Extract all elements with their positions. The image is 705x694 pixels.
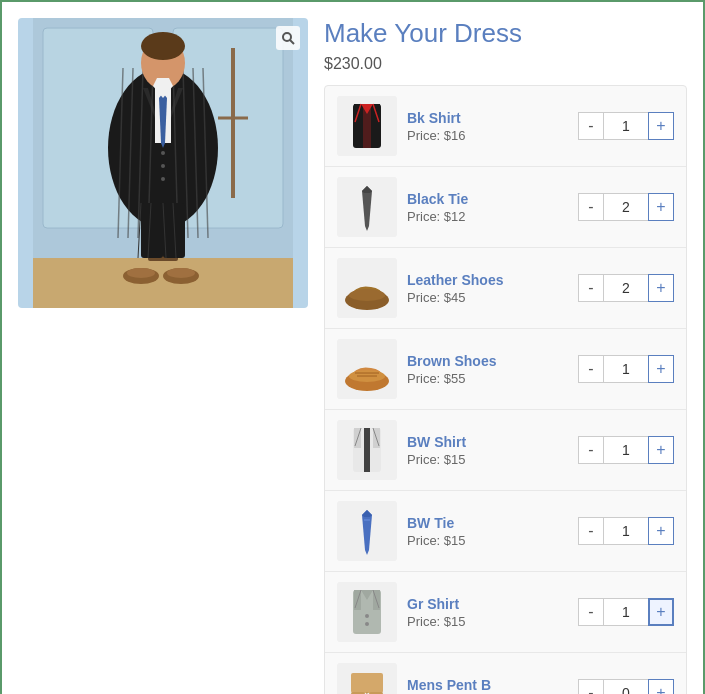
qty-control-mens-pent-b: - + (578, 679, 674, 694)
qty-plus-bw-shirt[interactable]: + (648, 436, 674, 464)
item-thumbnail-bk-shirt (337, 96, 397, 156)
item-info-mens-pent-b: Mens Pent B Price: $15 (407, 677, 568, 695)
svg-rect-26 (141, 203, 163, 258)
item-price-leather-shoes: Price: $45 (407, 290, 568, 305)
qty-input-bw-tie[interactable] (604, 517, 648, 545)
item-thumbnail-black-tie (337, 177, 397, 237)
product-image (18, 18, 308, 308)
svg-rect-3 (33, 258, 293, 308)
item-info-gr-shirt: Gr Shirt Price: $15 (407, 596, 568, 629)
svg-point-37 (283, 33, 291, 41)
left-panel (18, 18, 308, 694)
item-row: Brown Shoes Price: $55 - + (325, 329, 686, 410)
item-thumbnail-leather-shoes (337, 258, 397, 318)
svg-rect-43 (363, 104, 371, 148)
svg-line-38 (290, 40, 294, 44)
qty-control-brown-shoes: - + (578, 355, 674, 383)
item-name-bk-shirt: Bk Shirt (407, 110, 568, 126)
svg-point-36 (161, 177, 165, 181)
item-thumbnail-bw-shirt (337, 420, 397, 480)
qty-minus-gr-shirt[interactable]: - (578, 598, 604, 626)
item-row: Leather Shoes Price: $45 - + (325, 248, 686, 329)
item-price-black-tie: Price: $12 (407, 209, 568, 224)
qty-input-leather-shoes[interactable] (604, 274, 648, 302)
qty-input-gr-shirt[interactable] (604, 598, 648, 626)
qty-input-black-tie[interactable] (604, 193, 648, 221)
zoom-icon[interactable] (276, 26, 300, 50)
svg-point-25 (167, 268, 195, 278)
item-info-brown-shoes: Brown Shoes Price: $55 (407, 353, 568, 386)
svg-point-72 (365, 614, 369, 618)
item-row: Black Tie Price: $12 - + (325, 167, 686, 248)
item-info-leather-shoes: Leather Shoes Price: $45 (407, 272, 568, 305)
svg-rect-60 (364, 428, 370, 472)
item-price-brown-shoes: Price: $55 (407, 371, 568, 386)
svg-rect-74 (351, 673, 383, 693)
svg-point-50 (349, 289, 385, 301)
qty-minus-mens-pent-b[interactable]: - (578, 679, 604, 694)
item-info-bw-shirt: BW Shirt Price: $15 (407, 434, 568, 467)
item-row: BW Shirt Price: $15 - + (325, 410, 686, 491)
item-price-bw-tie: Price: $15 (407, 533, 568, 548)
qty-control-bw-shirt: - + (578, 436, 674, 464)
qty-plus-bk-shirt[interactable]: + (648, 112, 674, 140)
item-price-gr-shirt: Price: $15 (407, 614, 568, 629)
svg-point-23 (127, 268, 155, 278)
qty-control-bk-shirt: - + (578, 112, 674, 140)
item-price-bw-shirt: Price: $15 (407, 452, 568, 467)
item-price-bk-shirt: Price: $16 (407, 128, 568, 143)
product-title: Make Your Dress (324, 18, 687, 49)
qty-minus-bw-tie[interactable]: - (578, 517, 604, 545)
qty-input-bk-shirt[interactable] (604, 112, 648, 140)
qty-plus-leather-shoes[interactable]: + (648, 274, 674, 302)
qty-minus-bw-shirt[interactable]: - (578, 436, 604, 464)
item-name-bw-shirt: BW Shirt (407, 434, 568, 450)
item-thumbnail-mens-pent-b (337, 663, 397, 694)
qty-control-bw-tie: - + (578, 517, 674, 545)
qty-plus-mens-pent-b[interactable]: + (648, 679, 674, 694)
qty-input-brown-shoes[interactable] (604, 355, 648, 383)
item-name-black-tie: Black Tie (407, 191, 568, 207)
svg-point-34 (161, 151, 165, 155)
qty-control-leather-shoes: - + (578, 274, 674, 302)
qty-plus-black-tie[interactable]: + (648, 193, 674, 221)
svg-point-35 (161, 164, 165, 168)
qty-control-gr-shirt: - + (578, 598, 674, 626)
qty-minus-bk-shirt[interactable]: - (578, 112, 604, 140)
item-name-gr-shirt: Gr Shirt (407, 596, 568, 612)
item-thumbnail-bw-tie (337, 501, 397, 561)
product-price: $230.00 (324, 55, 687, 73)
item-name-bw-tie: BW Tie (407, 515, 568, 531)
main-container: Make Your Dress $230.00 Bk Shirt Price: … (0, 0, 705, 694)
item-row: Bk Shirt Price: $16 - + (325, 86, 686, 167)
qty-control-black-tie: - + (578, 193, 674, 221)
qty-minus-leather-shoes[interactable]: - (578, 274, 604, 302)
item-info-black-tie: Black Tie Price: $12 (407, 191, 568, 224)
right-panel: Make Your Dress $230.00 Bk Shirt Price: … (324, 18, 687, 694)
item-thumbnail-gr-shirt (337, 582, 397, 642)
svg-point-18 (141, 32, 185, 60)
item-thumbnail-brown-shoes (337, 339, 397, 399)
svg-marker-64 (362, 510, 372, 517)
item-info-bk-shirt: Bk Shirt Price: $16 (407, 110, 568, 143)
item-name-leather-shoes: Leather Shoes (407, 272, 568, 288)
qty-input-bw-shirt[interactable] (604, 436, 648, 464)
items-list: Bk Shirt Price: $16 - + Black Tie Price:… (324, 85, 687, 694)
qty-minus-brown-shoes[interactable]: - (578, 355, 604, 383)
qty-plus-bw-tie[interactable]: + (648, 517, 674, 545)
qty-plus-brown-shoes[interactable]: + (648, 355, 674, 383)
item-info-bw-tie: BW Tie Price: $15 (407, 515, 568, 548)
item-row: Mens Pent B Price: $15 - + (325, 653, 686, 694)
qty-input-mens-pent-b[interactable] (604, 679, 648, 694)
qty-plus-gr-shirt[interactable]: + (648, 598, 674, 626)
qty-minus-black-tie[interactable]: - (578, 193, 604, 221)
item-row: Gr Shirt Price: $15 - + (325, 572, 686, 653)
item-row: BW Tie Price: $15 - + (325, 491, 686, 572)
svg-point-73 (365, 622, 369, 626)
item-name-mens-pent-b: Mens Pent B (407, 677, 568, 693)
svg-marker-47 (362, 186, 372, 193)
item-name-brown-shoes: Brown Shoes (407, 353, 568, 369)
